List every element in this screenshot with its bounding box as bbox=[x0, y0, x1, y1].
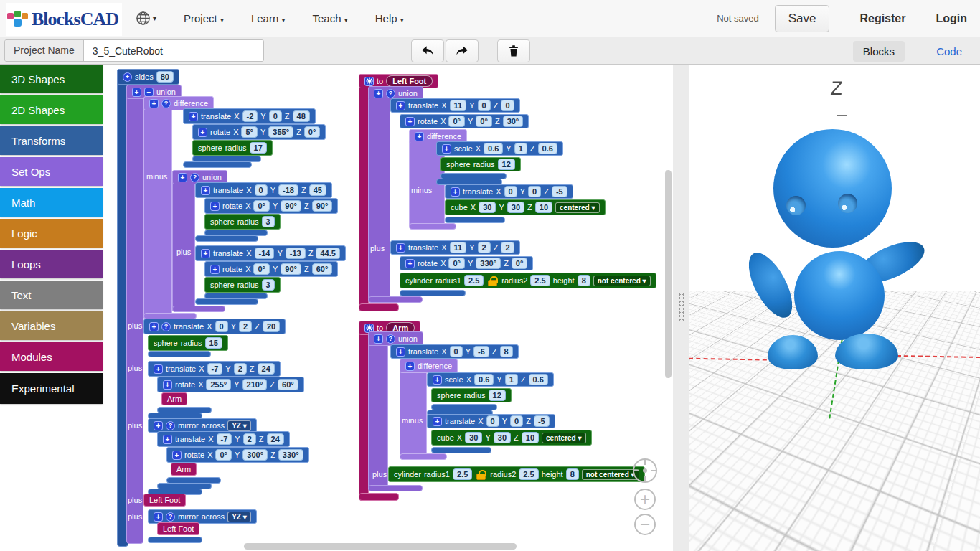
horizontal-scrollbar[interactable] bbox=[244, 543, 517, 550]
plus-icon[interactable]: + bbox=[374, 89, 383, 98]
plus-icon[interactable]: + bbox=[210, 202, 220, 211]
plus-icon[interactable]: + bbox=[198, 128, 207, 137]
plus-icon[interactable]: + bbox=[405, 259, 415, 268]
value-field[interactable]: 44.5 bbox=[316, 248, 339, 259]
translate-block[interactable]: + translate X11 Y2 Z2 bbox=[390, 240, 520, 255]
palette-3d-shapes[interactable]: 3D Shapes bbox=[0, 65, 103, 93]
value-field[interactable]: 0.6 bbox=[484, 143, 503, 154]
plus-icon[interactable]: + bbox=[451, 187, 460, 197]
value-field[interactable]: 2.5 bbox=[464, 275, 484, 286]
value-field[interactable]: 1 bbox=[514, 143, 527, 154]
plus-icon[interactable]: + bbox=[172, 451, 182, 460]
value-field[interactable]: 0 bbox=[486, 415, 499, 427]
plus-icon[interactable]: + bbox=[201, 186, 210, 195]
value-field[interactable]: -7 bbox=[207, 363, 223, 375]
plus-icon[interactable]: + bbox=[123, 72, 132, 82]
palette-experimental[interactable]: Experimental bbox=[0, 373, 103, 404]
value-field[interactable]: 355° bbox=[268, 126, 293, 138]
value-field[interactable]: -14 bbox=[255, 248, 275, 259]
lock-icon[interactable] bbox=[488, 280, 497, 286]
centered-dropdown[interactable]: not centered ▾ bbox=[593, 276, 651, 286]
value-field[interactable]: 15 bbox=[205, 337, 222, 349]
plus-icon[interactable]: + bbox=[149, 322, 159, 331]
value-field[interactable]: 330° bbox=[278, 449, 303, 461]
plane-dropdown[interactable]: YZ ▾ bbox=[227, 512, 251, 522]
value-field[interactable]: 11 bbox=[450, 100, 467, 111]
centered-dropdown[interactable]: centered ▾ bbox=[555, 202, 599, 213]
value-field[interactable]: 0 bbox=[255, 184, 268, 196]
value-field[interactable]: 3 bbox=[262, 216, 275, 227]
minus-icon[interactable]: − bbox=[144, 88, 154, 97]
value-field[interactable]: 0° bbox=[448, 116, 465, 127]
value-field[interactable]: 2 bbox=[234, 363, 247, 375]
plus-icon[interactable]: + bbox=[442, 144, 451, 154]
gear-icon[interactable] bbox=[364, 77, 374, 86]
generate-stl-button[interactable]: Generate STL bbox=[864, 517, 978, 551]
center-view-button[interactable] bbox=[793, 463, 811, 481]
value-field[interactable]: -6 bbox=[473, 346, 489, 357]
centered-dropdown[interactable]: centered ▾ bbox=[542, 433, 585, 443]
mirror-block[interactable]: + ? mirror across YZ ▾ bbox=[148, 418, 257, 433]
zoom-out-button[interactable]: − bbox=[634, 514, 656, 535]
sides-block[interactable]: + sides 80 bbox=[117, 69, 179, 85]
plus-icon[interactable]: + bbox=[132, 88, 141, 97]
value-field[interactable]: 0° bbox=[448, 258, 465, 269]
sphere-block[interactable]: sphere radius 17 bbox=[192, 140, 273, 156]
value-field[interactable]: 30 bbox=[507, 202, 524, 213]
save-button[interactable]: Save bbox=[775, 5, 830, 32]
zoom-out-view-button[interactable]: − bbox=[771, 463, 790, 481]
value-field[interactable]: 2.5 bbox=[453, 468, 472, 480]
render-viewport[interactable]: Z + − diagonal bbox=[689, 65, 980, 551]
plus-icon[interactable]: + bbox=[154, 421, 163, 430]
value-field[interactable]: 0 bbox=[528, 186, 541, 197]
cylinder-block[interactable]: cylinder radius12.5 radius22.5 height8 n… bbox=[400, 273, 656, 288]
value-field[interactable]: 1 bbox=[505, 374, 518, 385]
difference-block[interactable]: + difference bbox=[400, 359, 458, 373]
value-field[interactable]: 0 bbox=[269, 110, 282, 122]
screenshot-button[interactable] bbox=[891, 459, 918, 485]
tab-blocks[interactable]: Blocks bbox=[853, 41, 905, 62]
value-field[interactable]: 0 bbox=[510, 415, 523, 427]
plus-icon[interactable]: + bbox=[163, 380, 172, 390]
value-field[interactable]: 30 bbox=[465, 432, 482, 443]
sphere-block[interactable]: sphere radius 12 bbox=[440, 157, 521, 171]
module-call-arm[interactable]: Arm bbox=[161, 392, 187, 405]
palette-modules[interactable]: Modules bbox=[0, 342, 103, 371]
value-field[interactable]: 10 bbox=[535, 202, 552, 213]
help-icon[interactable]: ? bbox=[166, 421, 175, 430]
translate-block[interactable]: + translate X-7 Y2 Z24 bbox=[148, 361, 281, 377]
plus-icon[interactable]: + bbox=[433, 417, 442, 426]
translate-block[interactable]: + ? translate X0 Y2 Z20 bbox=[143, 319, 286, 334]
value-field[interactable]: 0° bbox=[476, 116, 492, 127]
blockly-workspace[interactable]: + sides 80 + − union + ? difference + tr… bbox=[106, 65, 673, 551]
value-field[interactable]: 0 bbox=[215, 321, 228, 332]
plus-icon[interactable]: + bbox=[201, 249, 210, 258]
palette-logic[interactable]: Logic bbox=[0, 219, 103, 248]
value-field[interactable]: -18 bbox=[278, 184, 298, 196]
value-field[interactable]: 0.6 bbox=[538, 143, 557, 154]
rotate-block[interactable]: + rotate X0° Y0° Z30° bbox=[400, 114, 529, 128]
translate-block[interactable]: + translate X-14 Y-13 Z44.5 bbox=[195, 245, 346, 261]
plus-icon[interactable]: + bbox=[433, 375, 442, 385]
cube-block[interactable]: cube X30 Y30 Z10 centered ▾ bbox=[445, 199, 606, 215]
lock-icon[interactable] bbox=[476, 474, 486, 480]
smooth-radio-high[interactable] bbox=[880, 493, 891, 504]
value-field[interactable]: 0 bbox=[478, 100, 491, 111]
menu-teach[interactable]: Teach ▾ bbox=[313, 12, 348, 24]
plus-icon[interactable]: + bbox=[154, 512, 163, 522]
render-button[interactable]: Render bbox=[694, 519, 781, 551]
value-field[interactable]: 0° bbox=[215, 449, 232, 461]
palette-loops[interactable]: Loops bbox=[0, 250, 103, 278]
panel-splitter[interactable] bbox=[673, 65, 689, 551]
value-field[interactable]: -5 bbox=[534, 415, 550, 427]
value-field[interactable]: 90° bbox=[312, 200, 333, 212]
redo-button[interactable] bbox=[446, 39, 479, 62]
value-field[interactable]: 12 bbox=[489, 390, 506, 401]
value-field[interactable]: 45 bbox=[309, 184, 326, 196]
sphere-block[interactable]: sphere radius 12 bbox=[431, 388, 512, 402]
translate-block[interactable]: + translate X-2 Y0 Z48 bbox=[183, 108, 316, 124]
tab-code[interactable]: Code bbox=[936, 45, 962, 57]
module-call-arm[interactable]: Arm bbox=[171, 463, 197, 476]
color-swatch[interactable] bbox=[692, 462, 714, 484]
login-link[interactable]: Login bbox=[936, 12, 967, 25]
